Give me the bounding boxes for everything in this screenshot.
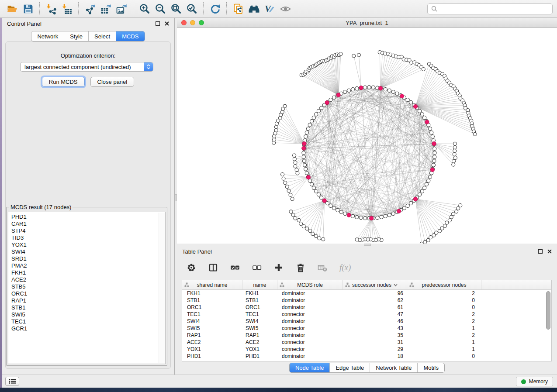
float-panel-icon[interactable]: [156, 21, 160, 26]
table-row[interactable]: SWI4SWI4dominator462: [182, 318, 551, 325]
column-header-mcds-role[interactable]: MCDS role: [277, 280, 343, 289]
hide-selected-icon[interactable]: [279, 2, 292, 15]
first-neighbors-icon[interactable]: [247, 2, 260, 15]
clone-network-icon[interactable]: [232, 2, 245, 15]
svg-text:V: V: [265, 3, 272, 13]
list-item[interactable]: ORC1: [11, 290, 165, 297]
list-item[interactable]: RAP1: [11, 297, 165, 304]
function-builder-icon: f(x): [339, 263, 351, 272]
list-item[interactable]: TEC1: [11, 318, 165, 325]
list-item[interactable]: SWI5: [11, 311, 165, 318]
list-item[interactable]: STB1: [11, 304, 165, 311]
list-item[interactable]: SWI4: [11, 248, 165, 255]
table-row[interactable]: ORC1ORC1dominator610: [182, 304, 551, 311]
run-mcds-button[interactable]: Run MCDS: [42, 77, 85, 87]
table-row[interactable]: SWI5SWI5connector431: [182, 325, 551, 332]
list-item[interactable]: PHD1: [11, 213, 165, 220]
mcds-result-list[interactable]: PHD1 CAR1 STP4 TID3 YOX1 SWI4 SRD1 PMA2 …: [8, 212, 166, 364]
network-canvas[interactable]: [177, 28, 557, 244]
criterion-value: largest connected component (undirected): [21, 64, 144, 70]
table-row[interactable]: PHD1PHD1dominator180: [182, 353, 551, 360]
table-row[interactable]: YOX1YOX1connector291: [182, 346, 551, 353]
memory-label: Memory: [529, 378, 548, 385]
refresh-layout-icon[interactable]: [208, 2, 221, 15]
list-item[interactable]: TID3: [11, 234, 165, 241]
deselect-all-icon[interactable]: [252, 263, 262, 272]
import-table-icon[interactable]: [60, 2, 73, 15]
tab-network[interactable]: Network: [31, 31, 64, 41]
column-header-shared-name[interactable]: shared name: [182, 280, 242, 289]
delete-icon[interactable]: [296, 263, 305, 272]
export-network-icon[interactable]: [83, 2, 97, 15]
list-item[interactable]: FKH1: [11, 269, 165, 276]
table-toolbar: f(x): [187, 259, 351, 276]
export-image-icon[interactable]: [115, 2, 128, 15]
list-item[interactable]: STP4: [11, 227, 165, 234]
table-panel-tabs: Node Table Edge Table Network Table Moti…: [289, 363, 445, 373]
float-panel-icon[interactable]: [538, 249, 543, 254]
zoom-out-icon[interactable]: [154, 2, 167, 15]
add-icon[interactable]: [274, 263, 284, 272]
table-header-row: shared name name MCDS role successor nod…: [182, 280, 551, 290]
list-item[interactable]: SRD1: [11, 255, 165, 262]
mcds-result-group: MCDS result (17 nodes) PHD1 CAR1 STP4 TI…: [6, 204, 167, 366]
criterion-select[interactable]: largest connected component (undirected): [20, 62, 153, 72]
table-settings-gear-icon[interactable]: [187, 263, 196, 272]
tab-select[interactable]: Select: [88, 31, 116, 41]
list-item[interactable]: PMA2: [11, 262, 165, 269]
search-icon: [431, 6, 437, 12]
memory-button[interactable]: Memory: [516, 377, 553, 386]
table-scrollbar-thumb[interactable]: [546, 291, 550, 330]
show-column-icon[interactable]: [208, 263, 218, 272]
table-row[interactable]: ACE2ACE2connector311: [182, 339, 551, 346]
tab-mcds[interactable]: MCDS: [116, 31, 144, 41]
tab-motifs[interactable]: Motifs: [417, 363, 444, 372]
task-history-button[interactable]: [5, 377, 19, 386]
shared-column-icon: [345, 282, 350, 287]
toolbar-separator: [39, 2, 40, 15]
column-header-predecessor-nodes[interactable]: predecessor nodes: [407, 280, 481, 289]
close-panel-icon[interactable]: [547, 249, 552, 254]
table-row[interactable]: TEC1TEC1connector472: [182, 311, 551, 318]
select-all-icon[interactable]: [230, 263, 240, 272]
list-item[interactable]: YOX1: [11, 241, 165, 248]
open-file-icon[interactable]: [6, 2, 19, 15]
network-view-titlebar[interactable]: YPA_prune.txt_1: [177, 18, 557, 28]
minimize-window-icon[interactable]: [190, 20, 195, 25]
table-row[interactable]: STB1STB1dominator620: [182, 297, 551, 304]
export-table-icon[interactable]: [99, 2, 112, 15]
select-stepper-icon: [144, 62, 153, 71]
list-icon: [9, 378, 16, 384]
tab-network-table[interactable]: Network Table: [370, 363, 417, 372]
zoom-selected-icon[interactable]: [185, 2, 198, 15]
column-header-successor-nodes[interactable]: successor nodes: [343, 280, 407, 289]
control-panel-tabs: Network Style Select MCDS: [31, 31, 145, 41]
column-header-filler: [481, 280, 551, 289]
save-session-icon[interactable]: [21, 2, 35, 15]
close-window-icon[interactable]: [181, 20, 187, 25]
list-item[interactable]: STB5: [11, 283, 165, 290]
close-panel-icon[interactable]: [165, 21, 169, 26]
zoom-window-icon[interactable]: [199, 20, 204, 25]
import-network-icon[interactable]: [45, 2, 58, 15]
optimization-criterion-label: Optimization criterion:: [6, 52, 170, 59]
table-row[interactable]: FKH1FKH1dominator962: [182, 290, 551, 297]
column-header-name[interactable]: name: [242, 280, 277, 289]
table-panel: Table Panel f(x) shared name: [177, 246, 557, 375]
tab-edge-table[interactable]: Edge Table: [329, 363, 370, 372]
list-item[interactable]: GCR1: [11, 325, 165, 332]
vizmapper-icon[interactable]: V: [263, 2, 276, 15]
tab-style[interactable]: Style: [64, 31, 88, 41]
zoom-in-icon[interactable]: [138, 2, 151, 15]
list-item[interactable]: ACE2: [11, 276, 165, 283]
shared-column-icon: [280, 282, 284, 287]
list-scrollbar[interactable]: [159, 213, 165, 363]
toolbar-separator: [133, 2, 133, 15]
table-row[interactable]: RAP1RAP1dominator352: [182, 332, 551, 339]
search-input[interactable]: [440, 5, 549, 13]
search-field[interactable]: [427, 3, 553, 14]
tab-node-table[interactable]: Node Table: [290, 363, 330, 372]
list-item[interactable]: CAR1: [11, 220, 165, 227]
zoom-fit-icon[interactable]: [170, 2, 183, 15]
close-panel-button[interactable]: Close panel: [90, 77, 135, 87]
